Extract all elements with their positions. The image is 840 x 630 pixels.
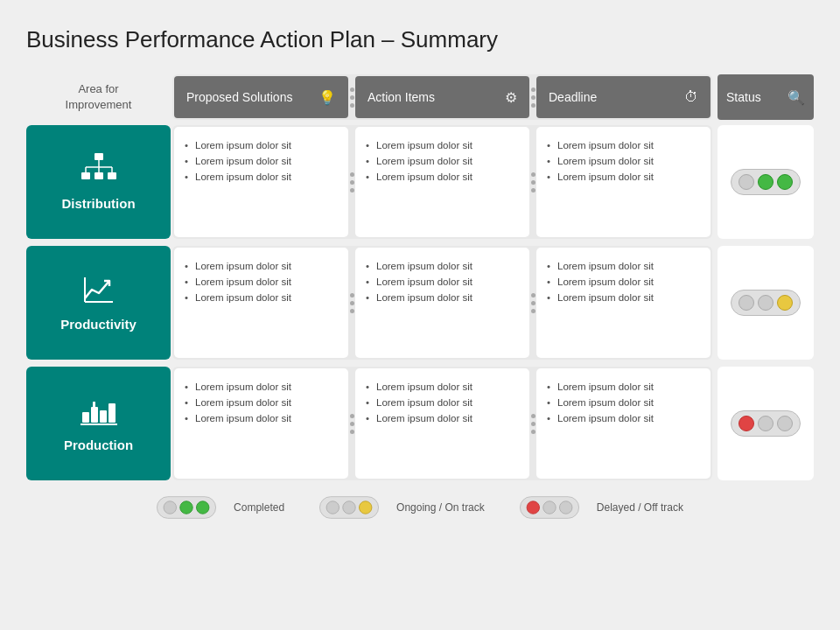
row-productivity: Productivity Lorem ipsum dolor sit Lorem… xyxy=(26,246,814,360)
light-2 xyxy=(758,295,774,311)
search-icon: 🔍 xyxy=(788,89,805,106)
light-3 xyxy=(777,295,793,311)
legend-ongoing-lights xyxy=(319,497,379,520)
production-cells: Lorem ipsum dolor sit Lorem ipsum dolor … xyxy=(172,367,712,480)
divider xyxy=(531,127,535,237)
distribution-solutions: Lorem ipsum dolor sit Lorem ipsum dolor … xyxy=(174,127,348,237)
svg-rect-0 xyxy=(94,153,103,160)
svg-rect-13 xyxy=(100,410,107,423)
light-3 xyxy=(359,501,372,514)
light-1 xyxy=(526,501,539,514)
list-item: Lorem ipsum dolor sit xyxy=(183,395,340,410)
divider xyxy=(531,248,535,358)
settings-icon: ⚙ xyxy=(505,89,517,106)
productivity-text: Productivity xyxy=(60,317,136,332)
productivity-solutions: Lorem ipsum dolor sit Lorem ipsum dolor … xyxy=(174,248,348,358)
list-item: Lorem ipsum dolor sit xyxy=(545,379,702,395)
header-action-items: Action Items ⚙ xyxy=(355,76,529,118)
status-lights-delayed xyxy=(731,410,801,437)
light-3 xyxy=(559,501,572,514)
header-row: Area for Improvement Proposed Solutions … xyxy=(26,74,814,120)
list-item: Lorem ipsum dolor sit xyxy=(183,258,340,274)
legend-completed: Completed xyxy=(157,494,284,521)
list-item: Lorem ipsum dolor sit xyxy=(183,379,340,395)
light-3 xyxy=(777,174,793,190)
list-item: Lorem ipsum dolor sit xyxy=(364,410,521,426)
list-item: Lorem ipsum dolor sit xyxy=(545,258,702,274)
list-item: Lorem ipsum dolor sit xyxy=(364,379,521,395)
svg-rect-11 xyxy=(82,412,89,423)
header-cells: Proposed Solutions 💡 Action Items ⚙ xyxy=(172,74,712,120)
status-lights-ongoing xyxy=(731,290,801,316)
distribution-text: Distribution xyxy=(61,196,135,211)
list-item: Lorem ipsum dolor sit xyxy=(364,258,521,274)
legend-completed-label: Completed xyxy=(234,501,284,514)
distribution-cells: Lorem ipsum dolor sit Lorem ipsum dolor … xyxy=(172,125,712,239)
list-item: Lorem ipsum dolor sit xyxy=(364,153,521,169)
divider xyxy=(350,76,354,118)
list-item: Lorem ipsum dolor sit xyxy=(183,274,340,290)
svg-rect-2 xyxy=(94,172,103,179)
list-item: Lorem ipsum dolor sit xyxy=(364,137,521,153)
legend-delayed-label: Delayed / Off track xyxy=(597,501,683,514)
table-container: Area for Improvement Proposed Solutions … xyxy=(26,74,814,480)
distribution-status xyxy=(718,125,814,239)
svg-rect-1 xyxy=(81,172,90,179)
list-item: Lorem ipsum dolor sit xyxy=(183,153,340,169)
list-item: Lorem ipsum dolor sit xyxy=(545,290,702,305)
light-1 xyxy=(738,174,754,190)
production-label: Production xyxy=(26,367,171,480)
status-lights-completed xyxy=(731,169,801,195)
light-1 xyxy=(738,295,754,311)
list-item: Lorem ipsum dolor sit xyxy=(545,274,702,290)
list-item: Lorem ipsum dolor sit xyxy=(364,274,521,290)
light-2 xyxy=(758,416,774,431)
page-title: Business Performance Action Plan – Summa… xyxy=(26,26,814,53)
light-1 xyxy=(326,501,340,514)
list-item: Lorem ipsum dolor sit xyxy=(545,410,702,426)
production-status xyxy=(718,367,814,480)
light-3 xyxy=(196,501,209,514)
light-2 xyxy=(342,501,355,514)
legend-delayed: Delayed / Off track xyxy=(520,494,683,521)
clock-icon: ⏱ xyxy=(684,89,698,105)
lightbulb-icon: 💡 xyxy=(318,89,336,106)
light-1 xyxy=(738,416,754,431)
divider xyxy=(350,368,354,479)
light-3 xyxy=(777,416,793,431)
list-item: Lorem ipsum dolor sit xyxy=(545,153,702,169)
productivity-deadline: Lorem ipsum dolor sit Lorem ipsum dolor … xyxy=(536,248,710,358)
list-item: Lorem ipsum dolor sit xyxy=(183,290,340,305)
production-actions: Lorem ipsum dolor sit Lorem ipsum dolor … xyxy=(355,368,529,479)
header-status: Status 🔍 xyxy=(718,74,814,120)
productivity-actions: Lorem ipsum dolor sit Lorem ipsum dolor … xyxy=(355,248,529,358)
divider xyxy=(350,127,354,237)
svg-rect-3 xyxy=(108,172,116,179)
header-area-label: Area for Improvement xyxy=(26,74,171,120)
light-2 xyxy=(179,501,192,514)
production-deadline: Lorem ipsum dolor sit Lorem ipsum dolor … xyxy=(536,368,710,479)
page: Business Performance Action Plan – Summa… xyxy=(0,0,840,630)
list-item: Lorem ipsum dolor sit xyxy=(183,137,340,153)
distribution-actions: Lorem ipsum dolor sit Lorem ipsum dolor … xyxy=(355,127,529,237)
svg-rect-14 xyxy=(108,403,116,423)
productivity-cells: Lorem ipsum dolor sit Lorem ipsum dolor … xyxy=(172,246,712,360)
legend-ongoing: Ongoing / On track xyxy=(319,494,485,521)
list-item: Lorem ipsum dolor sit xyxy=(545,395,702,410)
light-1 xyxy=(164,501,177,514)
productivity-icon xyxy=(81,274,116,310)
list-item: Lorem ipsum dolor sit xyxy=(183,169,340,185)
divider xyxy=(531,76,535,118)
distribution-icon xyxy=(81,153,116,189)
production-solutions: Lorem ipsum dolor sit Lorem ipsum dolor … xyxy=(174,368,348,479)
svg-rect-12 xyxy=(91,407,98,423)
distribution-label: Distribution xyxy=(26,125,171,239)
list-item: Lorem ipsum dolor sit xyxy=(364,169,521,185)
list-item: Lorem ipsum dolor sit xyxy=(545,137,702,153)
legend-completed-lights xyxy=(157,497,216,520)
row-production: Production Lorem ipsum dolor sit Lorem i… xyxy=(26,367,814,480)
light-2 xyxy=(542,501,556,514)
divider xyxy=(531,368,535,479)
header-deadline: Deadline ⏱ xyxy=(536,76,710,118)
legend: Completed Ongoing / On track Delayed / O… xyxy=(26,494,814,521)
